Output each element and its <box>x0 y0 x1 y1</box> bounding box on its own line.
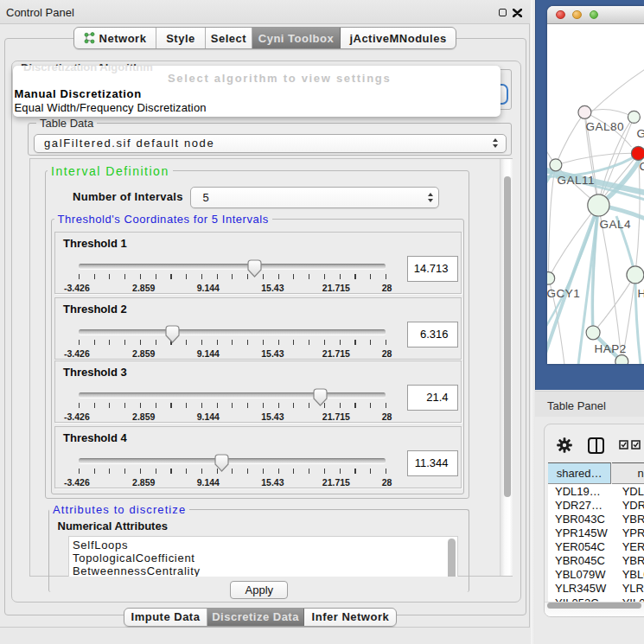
svg-text:GAL4: GAL4 <box>599 218 631 231</box>
svg-text:GCY1: GCY1 <box>547 287 580 300</box>
svg-text:G: G <box>636 127 644 140</box>
svg-text:GAL80: GAL80 <box>585 120 624 133</box>
svg-text:C: C <box>639 160 644 173</box>
svg-text:HAP2: HAP2 <box>594 342 626 355</box>
svg-text:H: H <box>637 287 644 300</box>
svg-text:GAL11: GAL11 <box>557 174 595 187</box>
